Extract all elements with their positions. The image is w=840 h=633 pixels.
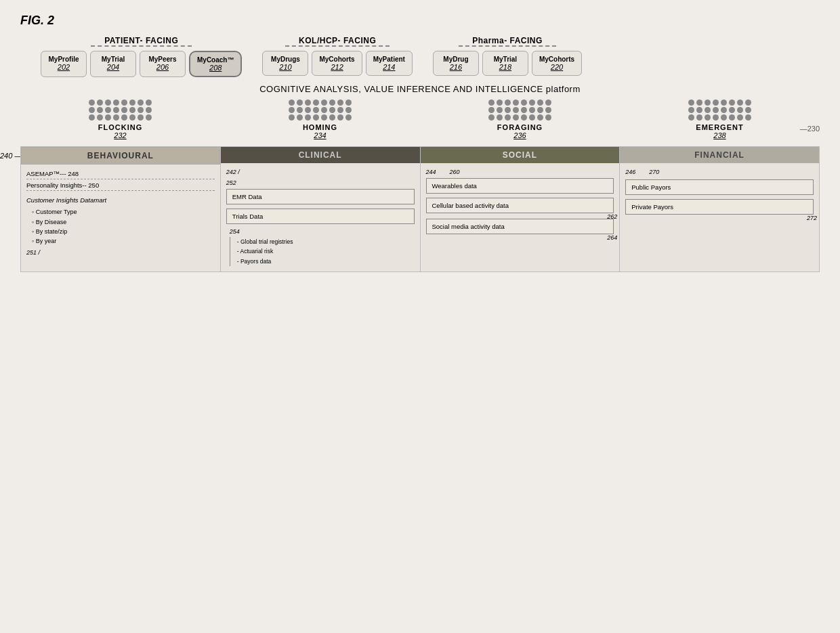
facing-row: PATIENT- FACING MyProfile 202 MyTrial 20… [20, 36, 820, 77]
ci-by-disease: By Disease [26, 217, 215, 227]
actuarial-risk: Actuarial risk [237, 246, 415, 256]
kol-cards: MyDrugs 210 MyCohorts 212 MyPatient 214 [262, 51, 412, 76]
ci-title: Customer Insights Datamart [26, 195, 215, 205]
patient-cards: MyProfile 202 MyTrial 204 MyPeers 206 My… [41, 51, 242, 77]
main-section: BEHAVIOURAL ASEMAP™--- 248 Personality I… [20, 146, 820, 272]
page: FIG. 2 PATIENT- FACING MyProfile 202 MyT… [0, 0, 840, 633]
cellular-box: Cellular based activity data [426, 198, 614, 213]
module-num: 214 [373, 63, 405, 71]
foraging-dots [488, 100, 552, 121]
module-name: MyCohorts [539, 56, 574, 63]
trials-sub: Global trial registries Actuarial risk P… [230, 237, 415, 266]
financial-col: FINANCIAL 246 270 Public Payors Private … [620, 147, 819, 271]
clinical-num242: 242 / [226, 169, 415, 175]
module-mydrug: MyDrug 216 [433, 51, 479, 76]
module-name: MyPeers [147, 56, 178, 63]
module-num: 218 [490, 63, 521, 71]
trials-data-box: Trials Data [226, 209, 415, 224]
module-num: 208 [197, 64, 234, 72]
homing-num: 234 [314, 131, 326, 139]
module-num: 210 [270, 63, 301, 71]
ci-by-year: By year [26, 236, 215, 246]
wearables-box: Wearables data [426, 178, 614, 194]
algo-section: FLOCKING 232 HOMING 234 [20, 100, 820, 139]
platform-label: COGNITIVE ANALYSIS, VALUE INFERENCE AND … [20, 84, 820, 94]
social-media-container: Social media activity data 264 [426, 219, 614, 234]
social-body: 244 260 Wearables data Cellular based ac… [421, 163, 620, 271]
module-name: MyPatient [373, 56, 405, 63]
algo-homing: HOMING 234 [289, 100, 352, 139]
num-272: 272 [807, 215, 817, 221]
label-251: 251 / [26, 249, 215, 256]
module-num: 216 [440, 63, 471, 71]
social-nums: 244 260 [426, 169, 614, 175]
module-num: 204 [98, 63, 129, 71]
pharma-facing-label: Pharma- FACING [459, 36, 556, 47]
arrow-230-label: —230 [800, 125, 820, 133]
module-mycoach: MyCoach™ 208 [189, 51, 242, 77]
fig-label: FIG. 2 [20, 14, 820, 28]
kol-facing-label: KOL/HCP- FACING [285, 36, 390, 47]
social-num260: 260 [450, 169, 460, 175]
clinical-col: CLINICAL 242 / 252 EMR Data Trials Data … [221, 147, 421, 271]
clinical-body: 242 / 252 EMR Data Trials Data 254 Globa… [221, 163, 420, 271]
emr-data-box: EMR Data [226, 189, 415, 204]
clinical-header: CLINICAL [221, 147, 420, 163]
social-col: SOCIAL 244 260 Wearables data Cellular b… [421, 147, 621, 271]
financial-body: 246 270 Public Payors Private Payors 272 [620, 163, 819, 271]
customer-insights: Customer Insights Datamart Customer Type… [26, 195, 215, 246]
social-num244: 244 [426, 169, 436, 175]
kol-facing-block: KOL/HCP- FACING MyDrugs 210 MyCohorts 21… [262, 36, 412, 77]
payors-data: Payors data [237, 257, 415, 266]
trials-section: 254 Global trial registries Actuarial ri… [226, 228, 415, 266]
financial-num270: 270 [649, 169, 659, 175]
algo-flocking: FLOCKING 232 [89, 100, 152, 139]
main-container: 240 — BEHAVIOURAL ASEMAP™--- 248 Persona… [20, 146, 820, 272]
public-payors-box: Public Payors [625, 179, 814, 195]
patient-facing-label: PATIENT- FACING [91, 36, 192, 47]
module-num: 202 [48, 63, 79, 71]
module-name: MyTrial [98, 56, 129, 63]
ci-customer-type: Customer Type [26, 207, 215, 217]
num-264: 264 [607, 234, 617, 241]
personality-line: Personality Insights-- 250 [26, 181, 215, 191]
homing-name: HOMING [303, 123, 337, 131]
flocking-num: 232 [114, 131, 126, 139]
module-mytrial-pharma: MyTrial 218 [482, 51, 528, 76]
module-mypatient: MyPatient 214 [366, 51, 413, 76]
social-header: SOCIAL [421, 147, 620, 163]
asemap-line: ASEMAP™--- 248 [26, 170, 215, 179]
module-name: MyTrial [490, 56, 521, 63]
foraging-num: 236 [513, 131, 526, 139]
module-name: MyDrug [440, 56, 471, 63]
algo-emergent: EMERGENT 238 [688, 100, 752, 139]
emergent-dots [688, 100, 752, 121]
module-num: 206 [147, 63, 178, 71]
global-trial-registries: Global trial registries [237, 237, 415, 246]
financial-num246: 246 [625, 169, 635, 175]
private-payors-container: Private Payors 272 [625, 199, 814, 215]
behavioural-body: ASEMAP™--- 248 Personality Insights-- 25… [21, 165, 220, 271]
module-name: MyDrugs [270, 56, 301, 63]
label-240: 240 — [0, 152, 22, 160]
homing-dots [289, 100, 352, 121]
cellular-container: Cellular based activity data 262 [426, 198, 614, 213]
pharma-cards: MyDrug 216 MyTrial 218 MyCohorts 220 [433, 51, 582, 76]
module-mypeers: MyPeers 206 [140, 51, 186, 77]
module-name: MyProfile [48, 56, 79, 63]
module-mycohorts-kol: MyCohorts 212 [312, 51, 362, 76]
clinical-num252: 252 [226, 179, 415, 186]
ci-by-state: By state/zip [26, 227, 215, 236]
pharma-facing-block: Pharma- FACING MyDrug 216 MyTrial 218 My… [433, 36, 582, 77]
flocking-dots [89, 100, 152, 121]
module-num: 212 [319, 63, 354, 71]
module-name: MyCoach™ [197, 56, 234, 64]
algo-foraging: FORAGING 236 [488, 100, 552, 139]
module-name: MyCohorts [319, 56, 354, 63]
module-num: 220 [539, 63, 574, 71]
private-payors-box: Private Payors [625, 199, 814, 215]
module-mydrugs: MyDrugs 210 [262, 51, 308, 76]
module-mycohorts-pharma: MyCohorts 220 [532, 51, 582, 76]
num-254: 254 [230, 228, 415, 235]
social-media-box: Social media activity data [426, 219, 614, 234]
